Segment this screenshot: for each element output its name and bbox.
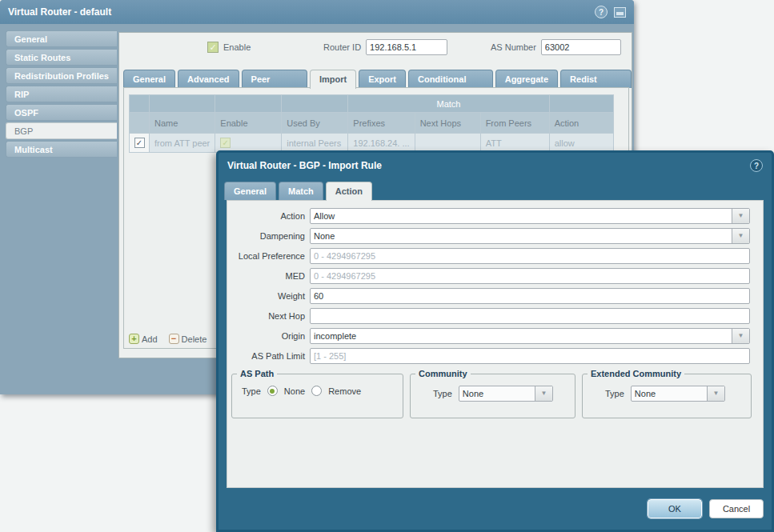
- col-header-action[interactable]: Action: [549, 113, 613, 134]
- import-rule-titlebar: Virtual Router - BGP - Import Rule ?: [219, 153, 772, 178]
- as-number-input[interactable]: [541, 39, 621, 55]
- table-header-row: Name Enable Used By Prefixes Next Hops F…: [130, 113, 614, 134]
- extended-community-legend: Extended Community: [588, 369, 684, 378]
- chevron-down-icon[interactable]: ▼: [732, 229, 749, 243]
- dampening-value: None: [314, 231, 335, 241]
- sidebar-item-redistribution-profiles[interactable]: Redistribution Profiles: [6, 67, 117, 84]
- router-id-input[interactable]: [366, 39, 447, 55]
- cancel-button[interactable]: Cancel: [709, 499, 764, 518]
- next-hop-label: Next Hop: [227, 311, 310, 321]
- tab-advanced[interactable]: Advanced: [178, 70, 239, 88]
- community-group: Community Type None ▼: [410, 369, 575, 418]
- local-preference-input[interactable]: [310, 248, 750, 264]
- chevron-down-icon[interactable]: ▼: [707, 386, 724, 401]
- cell-next-hops: [415, 134, 480, 153]
- weight-input[interactable]: [310, 288, 750, 304]
- community-legend: Community: [415, 369, 471, 378]
- extended-community-type-select[interactable]: None ▼: [631, 386, 725, 402]
- as-path-limit-input[interactable]: [310, 348, 750, 364]
- as-path-none-radio[interactable]: [267, 386, 278, 396]
- next-hop-input[interactable]: [310, 308, 750, 324]
- cell-used-by: internal Peers: [282, 134, 348, 153]
- enable-label: Enable: [223, 42, 251, 52]
- action-select[interactable]: Allow ▼: [310, 208, 750, 224]
- virtual-router-title: Virtual Router - default: [8, 6, 595, 18]
- tab-general[interactable]: General: [123, 70, 175, 88]
- sidebar-item-static-routes[interactable]: Static Routes: [6, 49, 117, 66]
- med-label: MED: [227, 271, 310, 281]
- dampening-label: Dampening: [227, 231, 310, 241]
- add-label: Add: [142, 334, 158, 344]
- tab-export[interactable]: Export: [359, 70, 406, 88]
- extended-community-type-value: None: [635, 389, 656, 398]
- med-input[interactable]: [310, 268, 750, 284]
- tab-conditional-adv[interactable]: Conditional Adv: [408, 70, 493, 88]
- chevron-down-icon[interactable]: ▼: [535, 386, 552, 401]
- router-id-label: Router ID: [323, 42, 361, 52]
- cell-prefixes: 192.168.24. ...: [348, 134, 415, 153]
- import-rules-table: Match Name Enable Used By Prefixes Next …: [129, 94, 614, 153]
- sidebar-item-multicast[interactable]: Multicast: [6, 141, 117, 158]
- cell-action: allow: [549, 134, 613, 153]
- help-icon[interactable]: ?: [595, 6, 608, 18]
- weight-label: Weight: [227, 291, 310, 301]
- virtual-router-titlebar: Virtual Router - default ?: [0, 0, 634, 24]
- chevron-down-icon[interactable]: ▼: [732, 209, 749, 223]
- ok-button[interactable]: OK: [648, 499, 702, 518]
- row-select-checkbox[interactable]: ✓: [134, 138, 145, 148]
- add-icon: +: [129, 334, 139, 344]
- rule-tab-match[interactable]: Match: [279, 182, 323, 200]
- tab-import[interactable]: Import: [310, 70, 356, 89]
- origin-value: incomplete: [314, 331, 356, 341]
- delete-icon: −: [169, 334, 179, 344]
- col-header-name[interactable]: Name: [150, 113, 215, 134]
- community-type-select[interactable]: None ▼: [459, 386, 553, 402]
- tab-aggregate[interactable]: Aggregate: [495, 70, 558, 88]
- import-rule-title: Virtual Router - BGP - Import Rule: [227, 160, 750, 171]
- as-path-limit-label: AS Path Limit: [227, 351, 310, 361]
- as-path-remove-label: Remove: [328, 386, 361, 396]
- cell-from-peers: ATT: [480, 134, 549, 153]
- as-path-legend: AS Path: [237, 369, 277, 378]
- community-type-label: Type: [433, 389, 452, 398]
- help-icon[interactable]: ?: [750, 159, 763, 172]
- rule-tab-general[interactable]: General: [224, 182, 276, 200]
- cell-name: from ATT peer: [150, 134, 215, 153]
- extended-community-type-label: Type: [605, 389, 624, 398]
- col-header-enable[interactable]: Enable: [215, 113, 282, 134]
- action-tab-content: Action Allow ▼ Dampening None ▼ Local Pr…: [227, 200, 764, 488]
- rule-tab-action[interactable]: Action: [326, 182, 372, 201]
- col-header-prefixes[interactable]: Prefixes: [348, 113, 415, 134]
- table-row[interactable]: ✓ from ATT peer ✓ internal Peers 192.168…: [130, 134, 614, 153]
- sidebar-item-ospf[interactable]: OSPF: [6, 104, 117, 121]
- action-value: Allow: [314, 211, 335, 221]
- delete-button[interactable]: − Delete: [169, 334, 207, 344]
- enable-checkbox[interactable]: ✓: [207, 42, 219, 53]
- origin-select[interactable]: incomplete ▼: [310, 328, 750, 344]
- sidebar-item-rip[interactable]: RIP: [6, 86, 117, 102]
- extended-community-group: Extended Community Type None ▼: [582, 369, 752, 418]
- table-group-header-row: Match: [130, 95, 614, 113]
- as-path-group: AS Path Type None Remove: [231, 369, 403, 418]
- action-label: Action: [227, 211, 310, 221]
- delete-label: Delete: [182, 334, 207, 344]
- tab-redist-rules[interactable]: Redist Rules: [560, 70, 632, 88]
- window-icon[interactable]: [614, 7, 626, 18]
- chevron-down-icon[interactable]: ▼: [732, 329, 749, 343]
- col-header-next-hops[interactable]: Next Hops: [415, 113, 480, 134]
- community-type-value: None: [463, 389, 483, 398]
- dampening-select[interactable]: None ▼: [310, 228, 750, 244]
- origin-label: Origin: [227, 331, 310, 341]
- tab-peer-group[interactable]: Peer Group: [242, 70, 307, 88]
- as-path-type-label: Type: [242, 386, 261, 396]
- as-path-remove-radio[interactable]: [311, 386, 322, 396]
- import-rule-dialog: Virtual Router - BGP - Import Rule ? Gen…: [216, 150, 774, 532]
- local-preference-label: Local Preference: [227, 251, 310, 261]
- as-path-none-label: None: [284, 386, 305, 396]
- add-button[interactable]: + Add: [129, 334, 158, 344]
- match-group-header: Match: [348, 95, 549, 113]
- col-header-from-peers[interactable]: From Peers: [480, 113, 549, 134]
- sidebar-item-general[interactable]: General: [6, 30, 117, 47]
- sidebar-item-bgp[interactable]: BGP: [6, 122, 117, 139]
- col-header-used-by[interactable]: Used By: [282, 113, 348, 134]
